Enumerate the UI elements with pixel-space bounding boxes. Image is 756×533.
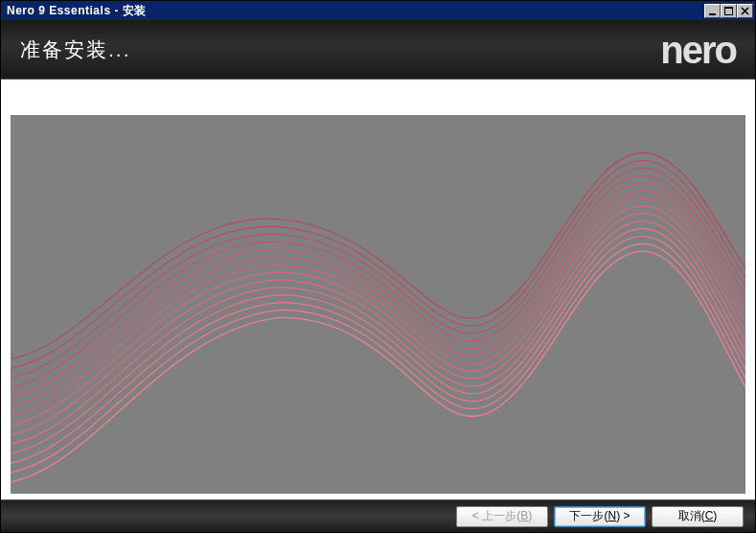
svg-rect-2 xyxy=(724,7,733,9)
cancel-button[interactable]: 取消(C) xyxy=(652,506,744,527)
window-controls xyxy=(704,4,753,18)
svg-rect-0 xyxy=(709,13,716,15)
minimize-button[interactable] xyxy=(704,4,721,18)
nero-logo: nero xyxy=(660,31,736,69)
footer-bar: < 上一步(B) 下一步(N) > 取消(C) xyxy=(1,499,755,532)
next-button-label: 下一步(N) > xyxy=(569,508,630,524)
window-title: Nero 9 Essentials - 安装 xyxy=(3,3,147,19)
decorative-canvas xyxy=(11,115,745,494)
page-title: 准备安装... xyxy=(20,36,131,63)
titlebar: Nero 9 Essentials - 安装 xyxy=(1,1,755,20)
back-button-label: < 上一步(B) xyxy=(472,508,532,524)
back-button[interactable]: < 上一步(B) xyxy=(456,506,548,527)
close-button[interactable] xyxy=(737,4,753,18)
next-button[interactable]: 下一步(N) > xyxy=(554,506,646,527)
installer-window: Nero 9 Essentials - 安装 准备安装... nero xyxy=(0,0,756,533)
maximize-button[interactable] xyxy=(721,4,737,18)
content-area xyxy=(1,80,755,499)
cancel-button-label: 取消(C) xyxy=(678,508,718,524)
wave-graphic xyxy=(11,115,745,494)
header-banner: 准备安装... nero xyxy=(1,20,755,80)
